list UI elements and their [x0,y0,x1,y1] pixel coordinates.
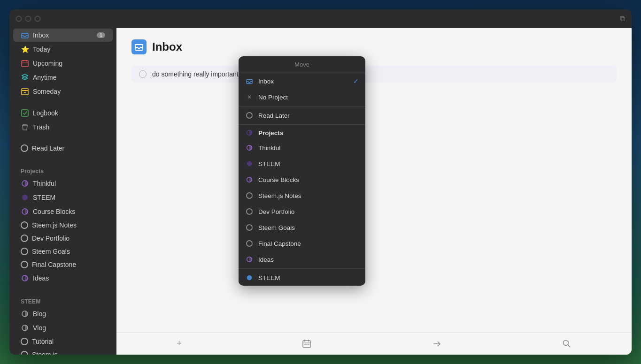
sidebar-item-upcoming[interactable]: Upcoming [13,57,113,70]
steem-js-notes-icon [21,221,28,229]
sidebar-item-blog[interactable]: Blog [13,307,113,320]
popup-item-ideas[interactable]: Ideas [239,251,365,267]
sidebar-item-thinkful[interactable]: Thinkful [13,177,113,190]
popup-item-steem-goals[interactable]: Steem Goals [239,220,365,235]
svg-rect-25 [308,344,309,345]
calendar-button[interactable] [293,335,321,352]
popup-steem-js-notes-icon [245,191,254,200]
sidebar-item-label: Trash [33,123,49,131]
sidebar-item-steem-js[interactable]: Steem.js [13,349,113,355]
sidebar-item-someday[interactable]: Someday [13,85,113,98]
popup-item-read-later[interactable]: Read Later [239,107,365,123]
sidebar-item-label: Logbook [33,109,58,117]
sidebar-item-steem-js-notes[interactable]: Steem.js Notes [13,219,113,231]
tutorial-icon [21,338,28,345]
sidebar-item-label: Steem.js [32,351,57,355]
trash-icon [21,123,29,131]
popup-item-label: Read Later [258,112,290,119]
sidebar-item-course-blocks[interactable]: Course Blocks [13,205,113,218]
sidebar-item-today[interactable]: ⭐ Today [13,43,113,56]
sidebar-item-vlog[interactable]: Vlog [13,321,113,334]
content-header: Inbox [116,28,632,62]
popup-item-label: Course Blocks [258,176,299,183]
sidebar-item-steem-project[interactable]: STEEM [13,191,113,204]
bottom-toolbar: + [116,332,632,355]
sidebar-item-inbox[interactable]: Inbox 1 [13,29,113,42]
popup-course-blocks-icon [245,175,254,184]
popup-item-label: Dev Portfolio [258,208,294,215]
svg-line-28 [568,345,570,347]
sidebar-item-label: Final Capstone [32,261,76,268]
task-text: do something really important [152,70,239,78]
svg-rect-24 [306,344,308,345]
steem-project-icon [21,193,29,202]
ideas-icon [21,274,29,282]
sidebar-item-ideas[interactable]: Ideas [13,272,113,285]
sidebar-item-label: Read Later [32,144,64,152]
calendar-icon [21,59,29,68]
popup-item-dev-portfolio[interactable]: Dev Portfolio [239,204,365,220]
sidebar-item-label: Vlog [33,324,46,332]
dev-portfolio-icon [21,235,28,242]
popup-divider-3 [239,268,365,269]
popup-final-capstone-icon [245,239,254,248]
popup-thinkful-icon [245,144,254,152]
popup-inbox-icon [245,77,254,85]
popup-item-no-project[interactable]: ✕ No Project [239,89,365,105]
forward-button[interactable] [423,335,451,352]
popup-item-steem-js-notes[interactable]: Steem.js Notes [239,188,365,204]
minimize-button[interactable] [25,16,31,22]
sidebar-item-steem-goals[interactable]: Steem Goals [13,245,113,258]
sidebar-item-final-capstone[interactable]: Final Capstone [13,258,113,271]
popup-item-final-capstone[interactable]: Final Capstone [239,235,365,251]
inbox-badge: 1 [97,32,105,38]
sidebar-item-dev-portfolio[interactable]: Dev Portfolio [13,232,113,244]
star-icon: ⭐ [21,45,29,53]
thinkful-icon [21,179,29,188]
sidebar-item-trash[interactable]: Trash [13,121,113,134]
maximize-button[interactable] [35,16,40,22]
popup-item-label: Final Capstone [258,240,301,247]
window-control-icon[interactable]: ⧉ [620,15,625,23]
inbox-icon [21,31,29,39]
svg-point-10 [22,195,28,200]
sidebar-item-label: Someday [33,88,61,95]
popup-item-label: No Project [258,94,288,101]
close-button[interactable] [16,16,22,22]
sidebar-item-label: Today [33,46,50,53]
svg-point-32 [247,161,252,167]
popup-item-steem-area[interactable]: STEEM [239,270,365,286]
sidebar-item-label: Dev Portfolio [32,235,70,242]
svg-rect-8 [22,110,28,116]
sidebar-item-label: Tutorial [32,338,54,345]
sidebar: Inbox 1 ⭐ Today Upcoming [9,28,116,355]
sidebar-item-read-later[interactable]: Read Later [13,142,113,154]
final-capstone-icon [21,261,28,268]
popup-divider-2 [239,124,365,125]
steem-section-header: STEEM [9,293,116,307]
task-checkbox[interactable] [139,70,147,78]
read-later-icon [21,144,28,152]
steem-goals-icon [21,248,28,255]
add-button[interactable]: + [167,335,191,352]
sidebar-item-anytime[interactable]: Anytime [13,71,113,84]
sidebar-item-logbook[interactable]: Logbook [13,106,113,120]
svg-rect-1 [22,61,28,67]
popup-item-inbox[interactable]: Inbox ✓ [239,73,365,89]
popup-item-thinkful[interactable]: Thinkful [239,140,365,156]
popup-item-label: STEEM [258,160,280,167]
vlog-icon [21,324,29,332]
sidebar-item-label: Blog [33,310,46,318]
app-window: ⧉ Inbox 1 ⭐ Today [9,9,632,355]
sidebar-item-tutorial[interactable]: Tutorial [13,335,113,348]
traffic-lights [16,16,40,22]
logbook-icon [21,109,29,117]
search-button[interactable] [553,335,581,352]
popup-steem-area-icon [245,273,254,282]
task-item[interactable]: do something really important [131,66,617,83]
title-bar: ⧉ [9,9,632,28]
popup-item-course-blocks[interactable]: Course Blocks [239,172,365,188]
popup-item-label: Steem Goals [258,224,295,231]
popup-item-steem[interactable]: STEEM [239,156,365,172]
popup-item-label: Ideas [258,256,274,263]
